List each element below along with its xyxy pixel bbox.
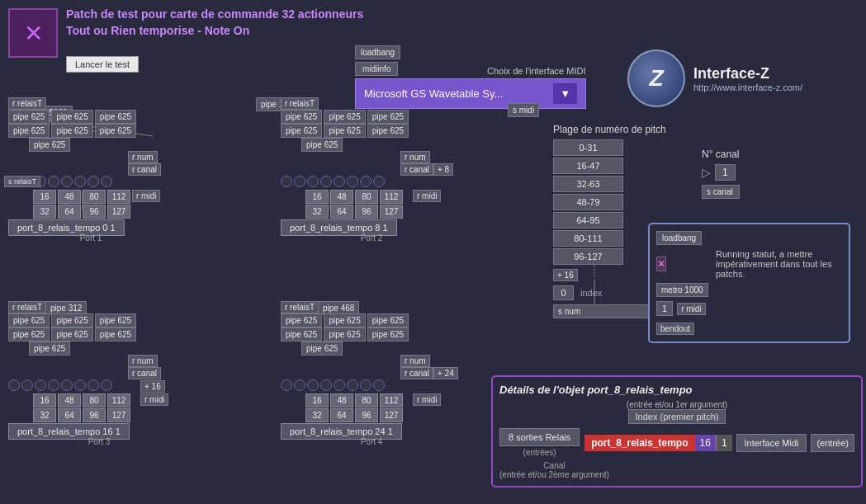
pitch-btn-4[interactable]: 64-95 xyxy=(553,212,623,228)
port1-r-num: r num xyxy=(128,151,158,163)
port4-nums-row2: 32 64 96 127 xyxy=(305,408,403,422)
midi-arrow-icon[interactable]: ▼ xyxy=(553,83,577,104)
port3-pipes-row1: pipe 625 pipe 625 pipe 625 xyxy=(8,313,136,327)
port4-sub-label: Port 4 xyxy=(281,437,462,446)
running-top-row: loadbang xyxy=(656,231,842,245)
index-label: index xyxy=(580,288,602,298)
port2-r-num: r num xyxy=(400,151,430,163)
port2-pipes-row3: pipe 625 xyxy=(301,138,343,152)
port1-nums-row1: 16 48 80 112 xyxy=(33,190,130,204)
details-arg-label: (entrée et/ou 1er argument) xyxy=(499,400,854,409)
pitch-btn-1[interactable]: 16-47 xyxy=(553,158,623,174)
port2-pipes-row1: pipe 625 pipe 625 pipe 625 xyxy=(281,110,409,124)
port2-nums-row1: 16 48 80 112 xyxy=(305,190,403,204)
logo-circle: Z xyxy=(627,49,685,107)
launch-button[interactable]: Lancer le test xyxy=(66,56,139,73)
details-interface-col: Interface Midi xyxy=(736,434,806,452)
details-interface-label: Interface Midi xyxy=(736,434,806,452)
port3-sub-label: Port 3 xyxy=(8,437,190,446)
canal-number[interactable]: 1 xyxy=(715,164,736,181)
port1-r-midi: r midi xyxy=(132,190,160,202)
port4-circles xyxy=(281,379,385,391)
midiinfo-node: midiinfo xyxy=(355,62,398,76)
port3-r-canal: r canal xyxy=(128,367,161,379)
s-midi-label: s midi xyxy=(508,103,539,117)
port4-nums-row1: 16 48 80 112 xyxy=(305,393,403,407)
details-num-val: 1 xyxy=(716,435,732,451)
port3-r-relais: r relaisT xyxy=(8,301,46,313)
index-value[interactable]: 0 xyxy=(553,285,574,300)
canal-value-row: ▷ 1 xyxy=(702,164,740,181)
pitch-btn-6[interactable]: 96-127 xyxy=(553,248,623,265)
details-box: Détails de l'objet port_8_relais_tempo (… xyxy=(491,375,863,488)
canal-title: N° canal xyxy=(702,148,740,160)
running-bendout: bendout xyxy=(656,323,694,335)
canal-section: N° canal ▷ 1 s canal xyxy=(702,148,740,199)
port4-pipes-row1: pipe 625 pipe 625 pipe 625 xyxy=(281,313,409,327)
details-relay-sub: (entrées) xyxy=(499,448,580,457)
pitch-btn-3[interactable]: 48-79 xyxy=(553,194,623,210)
running-text: Running statut, a mettre impérativement … xyxy=(716,249,842,279)
running-value: 1 xyxy=(656,301,673,316)
details-relay-label: 8 sorties Relais xyxy=(499,428,580,446)
logo-area: Z Interface-Z http://www.interface-z.com… xyxy=(627,49,802,107)
pitch-btn-2[interactable]: 32-63 xyxy=(553,176,623,192)
details-canal-sub: (entrée et/ou 2ème argument) xyxy=(499,470,609,479)
s-canal-label: s canal xyxy=(702,185,740,199)
logo-text-block: Interface-Z http://www.interface-z.com/ xyxy=(693,65,802,92)
port3-pipes-row2: pipe 625 pipe 625 pipe 625 xyxy=(8,327,136,341)
midi-dropdown[interactable]: Microsoft GS Wavetable Sy... ▼ xyxy=(355,78,586,109)
details-center-row: 8 sorties Relais (entrées) port_8_relais… xyxy=(499,428,854,457)
port1-nums-row2: 32 64 96 127 xyxy=(33,205,130,219)
port2-r-relais: r relaisT xyxy=(281,97,319,110)
port3-nums-row1: 16 48 80 112 xyxy=(33,393,130,407)
port3-nums-row2: 32 64 96 127 xyxy=(33,408,130,422)
pitch-title: Plage de numéro de pitch xyxy=(553,124,666,135)
running-x-icon[interactable]: ✕ xyxy=(656,257,666,271)
s-midi-node: s midi xyxy=(508,103,539,117)
loadbang-label: loadbang xyxy=(355,45,400,59)
port1-r-relais-label: r relaisT xyxy=(8,97,46,110)
port1-pipes-row2: pipe 625 pipe 625 pipe 625 xyxy=(8,124,136,138)
port3-r-midi: r midi xyxy=(140,393,168,406)
port2-nums-row2: 32 64 96 127 xyxy=(305,205,403,219)
logo-title: Interface-Z xyxy=(693,65,802,82)
midi-selected: Microsoft GS Wavetable Sy... xyxy=(364,87,503,100)
port4-r-relais: r relaisT xyxy=(281,301,319,313)
port2-plus8: + 8 xyxy=(433,163,453,176)
running-loadbang: loadbang xyxy=(656,231,702,245)
port3-plus16: + 16 xyxy=(140,380,165,393)
midi-choice-label: Choix de l'interface MIDI xyxy=(487,66,585,76)
running-metro-row: metro 1000 xyxy=(656,283,842,297)
port1-s-relais: s relaisT xyxy=(4,176,40,187)
port3-pipes-row3: pipe 625 xyxy=(29,341,70,356)
details-entree: (entrée) xyxy=(811,434,854,452)
x-button-top[interactable]: ✕ xyxy=(8,8,58,58)
pitch-btn-0[interactable]: 0-31 xyxy=(553,139,623,156)
details-bottom: Canal (entrée et/ou 2ème argument) xyxy=(499,461,854,479)
port1-pipes-row3: pipe 625 xyxy=(29,138,70,152)
midiinfo-label: midiinfo xyxy=(355,62,398,76)
running-x-row: ✕ Running statut, a mettre impérativemen… xyxy=(656,249,842,279)
running-metro: metro 1000 xyxy=(656,283,708,297)
port1-r-relais: r relaisT xyxy=(8,97,46,110)
port2-pipes-row2: pipe 625 pipe 625 pipe 625 xyxy=(281,124,409,138)
logo-letter: Z xyxy=(649,65,663,92)
pitch-plus16: + 16 xyxy=(553,269,578,281)
header-line1: Patch de test pour carte de commande 32 … xyxy=(66,7,363,23)
main-container: Patch de test pour carte de commande 32 … xyxy=(0,0,866,504)
port2-r-midi: r midi xyxy=(413,190,441,202)
header-area: Patch de test pour carte de commande 32 … xyxy=(66,7,363,39)
port4-r-midi: r midi xyxy=(413,393,441,406)
port3-r-num: r num xyxy=(128,355,158,367)
header-line2: Tout ou Rien temporise - Note On xyxy=(66,23,363,40)
details-canal-label: Canal xyxy=(499,461,609,470)
pitch-btn-5[interactable]: 80-111 xyxy=(553,230,623,247)
port2-r-canal: r canal xyxy=(400,163,433,176)
port1-sub-label: Port 1 xyxy=(8,233,173,243)
port1-pipes-row1: pipe 625 pipe 625 pipe 625 xyxy=(8,110,136,124)
running-midi-row: 1 r midi xyxy=(656,301,842,316)
canal-arrow-icon: ▷ xyxy=(702,166,711,179)
details-index-val: 16 xyxy=(695,435,716,451)
running-r-midi: r midi xyxy=(677,303,705,315)
